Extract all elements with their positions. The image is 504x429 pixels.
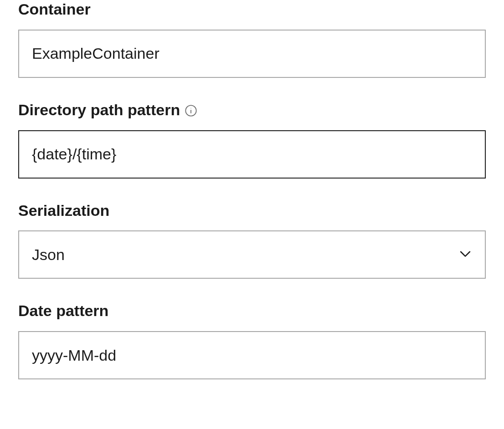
date-pattern-input[interactable] [18,331,486,379]
field-group-date-pattern: Date pattern [18,301,486,379]
serialization-label-text: Serialization [18,201,109,220]
field-group-directory-path-pattern: Directory path pattern [18,101,486,179]
field-group-serialization: Serialization Json [18,201,486,279]
info-icon[interactable] [185,104,197,117]
directory-path-pattern-label-text: Directory path pattern [18,101,180,119]
date-pattern-label: Date pattern [18,301,486,320]
directory-path-pattern-input[interactable] [18,130,486,179]
svg-point-2 [190,108,191,108]
serialization-select-wrapper: Json [18,230,486,279]
container-input[interactable] [18,30,486,78]
serialization-label: Serialization [18,201,486,220]
serialization-select[interactable]: Json [18,230,486,279]
form-container: Container Directory path pattern Seriali… [0,0,504,398]
container-label: Container [18,0,486,19]
container-label-text: Container [18,0,91,19]
directory-path-pattern-label: Directory path pattern [18,101,486,119]
date-pattern-label-text: Date pattern [18,301,108,320]
serialization-select-value: Json [32,246,65,264]
field-group-container: Container [18,0,486,78]
